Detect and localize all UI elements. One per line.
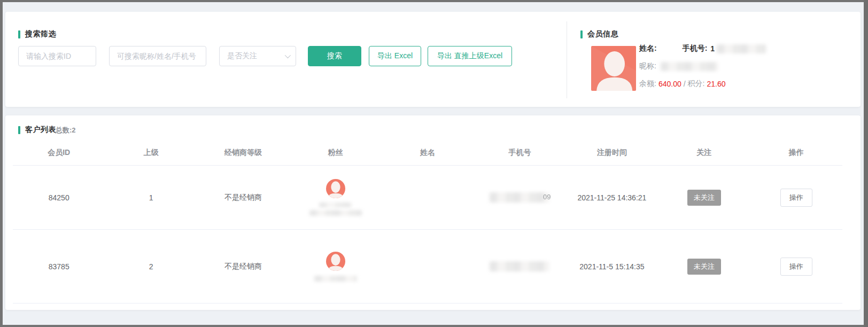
nickname-label: 昵称: — [639, 61, 656, 71]
search-keyword-input[interactable] — [109, 46, 206, 66]
customer-table: 会员ID 上级 经销商等级 粉丝 姓名 手机号 注册时间 关注 操作 84250… — [13, 140, 842, 303]
col-member-id: 会员ID — [48, 148, 70, 158]
cell-phone — [490, 261, 549, 271]
cell-fan — [314, 252, 357, 282]
member-name-phone-line: 姓名: 手机号: 1 — [639, 43, 842, 54]
fan-avatar — [326, 179, 345, 198]
balance-value: 640.00 — [658, 80, 681, 88]
phone-label: 手机号: — [683, 44, 708, 53]
member-info-title-text: 会员信息 — [587, 29, 618, 39]
panel-divider — [567, 21, 567, 98]
title-accent-bar — [18, 126, 20, 134]
table-row: 83785 2 不是经销商 — [13, 230, 842, 303]
search-id-input[interactable] — [18, 46, 96, 66]
col-phone: 手机号 — [508, 148, 531, 158]
phone-redacted-blur — [717, 44, 766, 53]
member-nickname-line: 昵称: — [639, 60, 842, 72]
cell-register-time: 2021-11-25 14:36:21 — [577, 193, 646, 202]
col-fans: 粉丝 — [328, 148, 343, 158]
col-action: 操作 — [789, 148, 804, 158]
col-parent: 上级 — [144, 148, 159, 158]
export-excel-button[interactable]: 导出 Excel — [369, 46, 421, 66]
search-controls: 是否关注 搜索 导出 Excel 导出 直推上级Excel — [5, 46, 567, 66]
search-button[interactable]: 搜索 — [308, 46, 361, 66]
col-dealer-level: 经销商等级 — [224, 148, 262, 158]
fan-nickname-blur — [314, 276, 357, 282]
follow-status-badge[interactable]: 未关注 — [687, 190, 721, 206]
user-avatar-icon — [326, 179, 345, 198]
points-value: 21.60 — [707, 80, 726, 88]
cell-parent: 2 — [149, 262, 153, 271]
title-accent-bar — [580, 30, 583, 38]
table-header-row: 会员ID 上级 经销商等级 粉丝 姓名 手机号 注册时间 关注 操作 — [13, 140, 842, 166]
export-parent-excel-button[interactable]: 导出 直推上级Excel — [428, 46, 512, 66]
follow-filter-value: 是否关注 — [227, 51, 257, 61]
member-details: 姓名: 手机号: 1 昵称: 余额: 640.00 / 积分: — [639, 43, 842, 96]
window-frame: 搜索筛选 是否关注 搜索 导出 Excel 导出 直推上级Excel — [0, 0, 868, 327]
chevron-down-icon — [285, 52, 291, 58]
name-label: 姓名: — [639, 44, 657, 53]
member-info-title: 会员信息 — [580, 29, 618, 39]
total-count: 总数:2 — [56, 126, 76, 135]
balance-label: 余额: — [639, 79, 656, 89]
row-action-button[interactable]: 操作 — [780, 258, 812, 276]
customer-list-title: 客户列表 — [18, 125, 56, 135]
nickname-redacted-blur — [661, 62, 718, 71]
cell-member-id: 84250 — [49, 193, 69, 202]
cell-parent: 1 — [149, 193, 153, 202]
col-follow: 关注 — [696, 148, 711, 158]
phone-redacted-blur — [490, 261, 549, 271]
search-filter-title: 搜索筛选 — [18, 29, 56, 39]
user-avatar-icon — [326, 252, 345, 271]
separator: / — [684, 80, 686, 88]
user-avatar-icon — [591, 46, 636, 91]
top-panel: 搜索筛选 是否关注 搜索 导出 Excel 导出 直推上级Excel — [5, 12, 861, 107]
cell-dealer-level: 不是经销商 — [224, 262, 262, 271]
row-action-button[interactable]: 操作 — [780, 189, 812, 207]
fan-avatar — [326, 252, 345, 271]
search-filter-title-text: 搜索筛选 — [25, 29, 56, 39]
phone-visible-fragment: 09 — [543, 193, 551, 201]
cell-fan — [309, 179, 362, 216]
clipped-right-edge — [864, 0, 868, 327]
member-avatar — [591, 46, 636, 91]
col-name: 姓名 — [420, 148, 435, 158]
phone-redacted-blur — [490, 192, 549, 203]
col-register-time: 注册时间 — [597, 148, 627, 158]
follow-status-badge[interactable]: 未关注 — [687, 259, 721, 275]
cell-member-id: 83785 — [49, 262, 69, 271]
page-background: 搜索筛选 是否关注 搜索 导出 Excel 导出 直推上级Excel — [3, 2, 864, 325]
cell-dealer-level: 不是经销商 — [224, 193, 262, 203]
cell-phone: 09 — [490, 192, 549, 203]
fan-nickname-blur — [319, 203, 352, 207]
phone-visible-digit: 1 — [710, 44, 715, 53]
fan-nickname-blur — [309, 210, 362, 216]
member-balance-line: 余额: 640.00 / 积分: 21.60 — [639, 78, 842, 90]
title-accent-bar — [18, 30, 20, 38]
customer-list-title-text: 客户列表 — [25, 125, 56, 135]
points-label: 积分: — [688, 79, 705, 89]
follow-filter-select[interactable]: 是否关注 — [219, 46, 296, 66]
customer-list-panel: 客户列表 总数:2 会员ID 上级 经销商等级 粉丝 姓名 手机号 注册时间 关… — [5, 115, 861, 310]
table-row: 84250 1 不是经销商 — [13, 166, 842, 230]
cell-register-time: 2021-11-5 15:14:35 — [579, 262, 644, 271]
